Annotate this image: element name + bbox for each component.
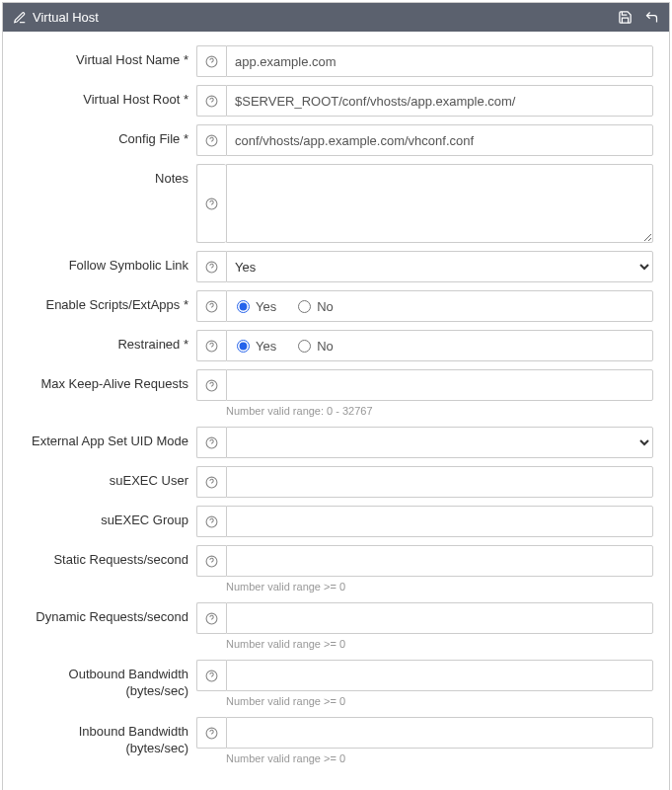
row-max-keepalive: Max Keep-Alive Requests Number valid ran… <box>19 369 653 425</box>
restrained-no[interactable]: No <box>298 339 334 354</box>
row-extapp-uid: External App Set UID Mode <box>19 427 653 458</box>
row-vh-root: Virtual Host Root * <box>19 85 653 117</box>
label-suexec-group: suEXEC Group <box>19 506 196 529</box>
label-extapp-uid: External App Set UID Mode <box>19 427 196 450</box>
row-dynamic-req: Dynamic Requests/second Number valid ran… <box>19 602 653 658</box>
row-restrained: Restrained * Yes No <box>19 330 653 361</box>
row-static-req: Static Requests/second Number valid rang… <box>19 545 653 600</box>
row-enable-scripts: Enable Scripts/ExtApps * Yes No <box>19 290 653 322</box>
panel-body: Virtual Host Name * Virtual Host Root * <box>3 32 669 790</box>
label-in-bw: Inbound Bandwidth (bytes/sec) <box>19 717 196 757</box>
help-icon[interactable] <box>196 545 226 577</box>
label-dynamic-req: Dynamic Requests/second <box>19 602 196 626</box>
help-icon[interactable] <box>196 290 226 322</box>
notes-input[interactable] <box>226 164 653 243</box>
help-icon[interactable] <box>196 466 226 498</box>
vh-root-input[interactable] <box>226 85 653 117</box>
help-icon[interactable] <box>196 660 226 691</box>
help-icon[interactable] <box>196 506 226 537</box>
vh-name-input[interactable] <box>226 45 653 77</box>
extapp-uid-select[interactable] <box>226 427 653 458</box>
help-icon[interactable] <box>196 602 226 634</box>
help-icon[interactable] <box>196 124 226 156</box>
radio-label: Yes <box>256 299 276 314</box>
suexec-group-input[interactable] <box>226 506 653 537</box>
enable-scripts-no[interactable]: No <box>298 299 334 314</box>
suexec-user-input[interactable] <box>226 466 653 498</box>
hint-max-keepalive: Number valid range: 0 - 32767 <box>226 405 653 417</box>
config-file-input[interactable] <box>226 124 653 156</box>
row-suexec-user: suEXEC User <box>19 466 653 498</box>
static-req-input[interactable] <box>226 545 653 577</box>
out-bw-input[interactable] <box>226 660 653 691</box>
panel-header: Virtual Host <box>3 3 669 32</box>
in-bw-input[interactable] <box>226 717 653 749</box>
radio-label: Yes <box>256 339 276 354</box>
label-enable-scripts: Enable Scripts/ExtApps * <box>19 290 196 314</box>
radio-label: No <box>317 339 334 354</box>
label-vh-name: Virtual Host Name * <box>19 45 196 69</box>
help-icon[interactable] <box>196 251 226 282</box>
restrained-group: Yes No <box>226 330 653 361</box>
row-config-file: Config File * <box>19 124 653 156</box>
label-follow-symlink: Follow Symbolic Link <box>19 251 196 275</box>
enable-scripts-yes[interactable]: Yes <box>237 299 276 314</box>
radio-input[interactable] <box>298 340 311 353</box>
label-static-req: Static Requests/second <box>19 545 196 569</box>
edit-icon <box>13 11 27 25</box>
back-button[interactable] <box>644 10 659 25</box>
dynamic-req-input[interactable] <box>226 602 653 634</box>
help-icon[interactable] <box>196 45 226 77</box>
row-in-bw: Inbound Bandwidth (bytes/sec) Number val… <box>19 717 653 772</box>
help-icon[interactable] <box>196 427 226 458</box>
help-icon[interactable] <box>196 330 226 361</box>
follow-symlink-select[interactable]: Yes <box>226 251 653 282</box>
label-restrained: Restrained * <box>19 330 196 354</box>
help-icon[interactable] <box>196 369 226 401</box>
help-icon[interactable] <box>196 85 226 117</box>
radio-input[interactable] <box>237 300 250 313</box>
help-icon[interactable] <box>196 164 226 243</box>
label-vh-root: Virtual Host Root * <box>19 85 196 109</box>
enable-scripts-group: Yes No <box>226 290 653 322</box>
panel-title: Virtual Host <box>33 10 99 25</box>
label-suexec-user: suEXEC User <box>19 466 196 490</box>
hint-in-bw: Number valid range >= 0 <box>226 752 653 764</box>
max-keepalive-input[interactable] <box>226 369 653 401</box>
row-suexec-group: suEXEC Group <box>19 506 653 537</box>
hint-out-bw: Number valid range >= 0 <box>226 695 653 707</box>
row-notes: Notes <box>19 164 653 243</box>
virtual-host-panel: Virtual Host Virtual Host Name * Virtual… <box>2 2 670 790</box>
save-button[interactable] <box>618 10 633 25</box>
label-config-file: Config File * <box>19 124 196 148</box>
radio-input[interactable] <box>237 340 250 353</box>
row-out-bw: Outbound Bandwidth (bytes/sec) Number va… <box>19 660 653 715</box>
hint-dynamic-req: Number valid range >= 0 <box>226 638 653 650</box>
label-out-bw: Outbound Bandwidth (bytes/sec) <box>19 660 196 700</box>
radio-input[interactable] <box>298 300 311 313</box>
label-notes: Notes <box>19 164 196 188</box>
label-max-keepalive: Max Keep-Alive Requests <box>19 369 196 393</box>
hint-static-req: Number valid range >= 0 <box>226 581 653 592</box>
radio-label: No <box>317 299 334 314</box>
restrained-yes[interactable]: Yes <box>237 339 276 354</box>
row-follow-symlink: Follow Symbolic Link Yes <box>19 251 653 282</box>
help-icon[interactable] <box>196 717 226 749</box>
row-vh-name: Virtual Host Name * <box>19 45 653 77</box>
